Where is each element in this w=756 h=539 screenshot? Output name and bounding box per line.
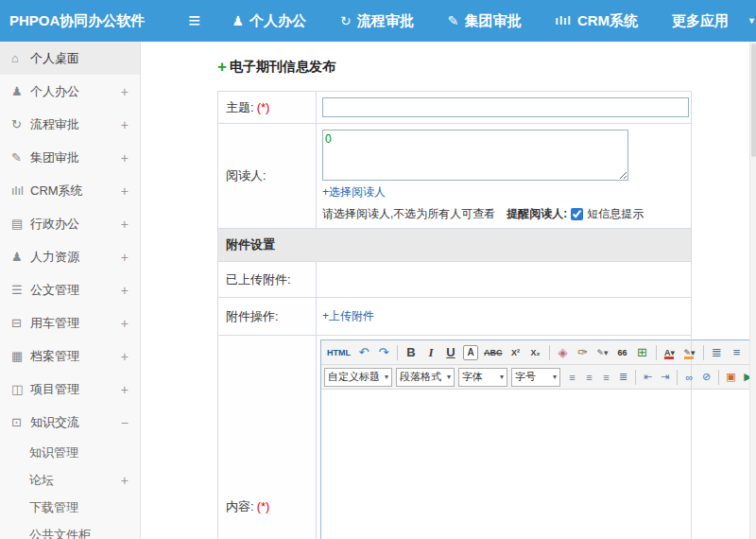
align-right-icon[interactable]: ≡ [598,368,614,387]
sidebar-item-vehicle-mgmt[interactable]: ⊟ 用车管理 + [0,306,140,339]
font-format-icon[interactable]: A [463,345,478,360]
sidebar-item-crm-system[interactable]: ılıl CRM系统 + [0,174,140,207]
indent-icon[interactable]: ⇥ [657,368,673,387]
readers-textarea[interactable]: 0 [322,130,628,181]
select-readers-link[interactable]: +选择阅读人 [322,184,386,200]
eraser-icon[interactable]: ◈ [554,343,573,362]
toolbar-separator [718,370,719,385]
sidebar-item-group-approval[interactable]: ✎ 集团审批 + [0,141,140,174]
vertical-scrollbar[interactable] [749,42,756,539]
blockquote-icon[interactable]: 66 [613,343,632,362]
sidebar: ⌂ 个人桌面 ♟ 个人办公 + ↻ 流程审批 + ✎ 集团审批 + ılıl C… [0,42,141,539]
desktop-icon: ⌂ [11,51,30,65]
redo-icon[interactable]: ↷ [374,343,393,362]
align-left-icon[interactable]: ≡ [564,368,580,387]
chevron-down-icon[interactable]: ▼ [747,16,756,26]
collapse-toggle[interactable]: − [121,415,129,430]
pen-dropdown-icon[interactable]: ✎▾ [593,343,612,362]
building-icon: ▤ [11,217,30,231]
font-size-select[interactable]: 字号▾ [511,368,560,387]
sidebar-subitem-knowledge-mgmt[interactable]: 知识管理 [0,439,140,466]
toolbar-separator [703,345,704,360]
app-logo: PHPOA协同办公软件 [0,12,185,30]
html-source-icon[interactable]: HTML [324,343,353,362]
readers-hint-line: 请选择阅读人,不选为所有人可查看 提醒阅读人: 短信息提示 [322,206,685,222]
sidebar-subitem-public-file-cabinet[interactable]: 公共文件柜 [0,521,140,539]
subject-input[interactable] [322,97,689,117]
outdent-icon[interactable]: ⇤ [640,368,656,387]
strikethrough-icon[interactable]: ABC [481,343,506,362]
nav-workflow-approval[interactable]: ↻ 流程审批 [340,12,414,30]
sidebar-item-document-mgmt[interactable]: ☰ 公文管理 + [0,273,140,306]
nav-crm-system-label: CRM系统 [577,12,638,30]
scrollbar-thumb[interactable] [751,43,756,157]
nav-personal-office[interactable]: ♟ 个人办公 [232,12,307,30]
sidebar-item-knowledge-exchange[interactable]: ⊡ 知识交流 − [0,406,140,439]
toolbar-separator [635,370,636,385]
toolbar-separator [397,345,398,360]
project-icon: ◫ [11,382,30,396]
paragraph-format-select[interactable]: 段落格式▾ [396,368,455,387]
image-icon[interactable]: ▣ [723,368,739,387]
sms-checkbox[interactable] [571,208,583,220]
subscript-icon[interactable]: X₂ [526,343,545,362]
ordered-list-icon[interactable]: ≣ [708,343,727,362]
expand-toggle[interactable]: + [121,117,129,132]
sidebar-subitem-download-mgmt[interactable]: 下载管理 [0,494,140,521]
expand-toggle[interactable]: + [121,250,129,265]
archive-icon: ▦ [11,349,30,363]
superscript-icon[interactable]: X² [507,343,525,362]
sidebar-item-admin-office[interactable]: ▤ 行政办公 + [0,207,140,240]
sidebar-item-workflow-approval[interactable]: ↻ 流程审批 + [0,108,140,141]
font-family-select[interactable]: 字体▾ [458,368,507,387]
expand-toggle[interactable]: + [121,349,129,364]
expand-toggle[interactable]: + [121,473,129,488]
chart-icon: ılıl [11,183,30,198]
align-center-icon[interactable]: ≡ [581,368,597,387]
sidebar-item-archive-mgmt[interactable]: ▦ 档案管理 + [0,339,140,373]
uploaded-attachments-label: 已上传附件: [226,272,291,287]
expand-toggle[interactable]: + [121,316,129,331]
font-color-icon[interactable]: A▾ [661,343,679,362]
sidebar-item-project-mgmt[interactable]: ◫ 项目管理 + [0,373,140,406]
nav-group-approval[interactable]: ✎ 集团审批 [448,12,522,30]
rich-text-editor: HTML↶↷BIUAABCX²X₂◈✑✎▾66⊞A▾✎▾≣≡◱ 自定义标题▾段落… [320,339,753,539]
page-layout: ⌂ 个人桌面 ♟ 个人办公 + ↻ 流程审批 + ✎ 集团审批 + ılıl C… [0,42,756,539]
upload-attachment-link[interactable]: +上传附件 [322,308,374,324]
expand-toggle[interactable]: + [121,283,129,298]
editor-content-area[interactable] [321,390,752,539]
hamburger-menu-icon[interactable]: ≡ [185,10,204,31]
content-label: 内容: [226,499,254,513]
expand-toggle[interactable]: + [121,217,129,232]
required-mark: (*) [257,499,270,513]
expand-toggle[interactable]: + [121,150,129,165]
editor-toolbar-row1: HTML↶↷BIUAABCX²X₂◈✑✎▾66⊞A▾✎▾≣≡◱ [321,340,752,365]
bold-icon[interactable]: B [402,343,421,362]
nav-crm-system[interactable]: ılıl CRM系统 [556,12,639,30]
paragraph-format-select-value: 段落格式 [400,370,441,384]
expand-toggle[interactable]: + [121,183,129,199]
format-painter-icon[interactable]: ✑ [574,343,593,362]
underline-icon[interactable]: U [441,343,460,362]
link-icon[interactable]: ∞ [681,368,697,387]
italic-icon[interactable]: I [421,343,440,362]
sidebar-item-personal-desktop[interactable]: ⌂ 个人桌面 [0,42,140,75]
expand-toggle[interactable]: + [121,382,129,397]
custom-title-select[interactable]: 自定义标题▾ [324,368,392,387]
align-justify-icon[interactable]: ≣ [615,368,631,387]
highlight-color-icon[interactable]: ✎▾ [680,343,699,362]
custom-title-select-value: 自定义标题 [328,370,380,384]
expand-toggle[interactable]: + [121,84,129,99]
uploaded-attachments-label-cell: 已上传附件: [218,262,317,298]
unlink-icon[interactable]: ⊘ [698,368,714,387]
person-icon: ♟ [11,84,30,98]
sidebar-subitem-forum[interactable]: 论坛 + [0,466,140,494]
nav-more-apps[interactable]: 更多应用 ▼ [672,12,756,30]
unordered-list-icon[interactable]: ≡ [728,343,747,362]
attachment-actions-field-cell: +上传附件 [317,298,692,336]
table-icon[interactable]: ⊞ [633,343,652,362]
sidebar-item-hr[interactable]: ♟ 人力资源 + [0,240,140,273]
sidebar-item-personal-office[interactable]: ♟ 个人办公 + [0,75,140,108]
edit-icon: ✎ [448,13,459,28]
undo-icon[interactable]: ↶ [354,343,373,362]
